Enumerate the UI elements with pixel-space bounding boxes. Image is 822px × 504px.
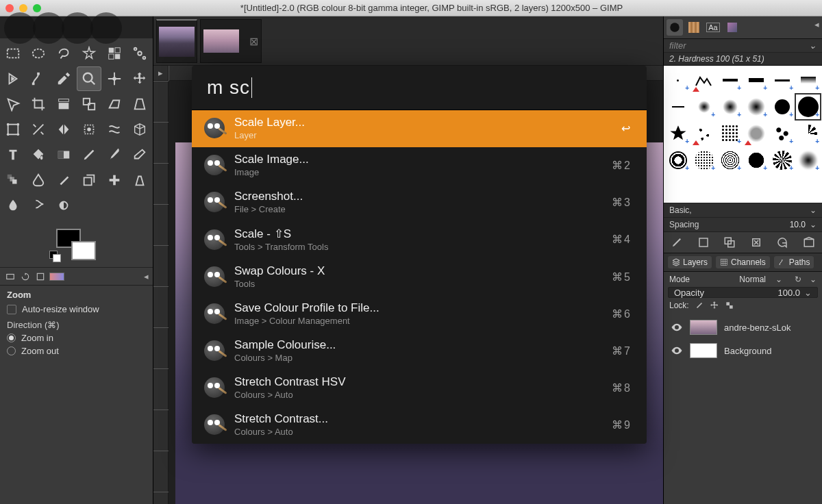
color-swatches[interactable]	[0, 223, 153, 267]
undo-history-icon[interactable]	[19, 270, 32, 283]
background-color[interactable]	[71, 241, 96, 260]
lock-position-icon[interactable]	[710, 301, 719, 310]
auto-resize-checkbox[interactable]: Auto-resize window	[7, 304, 146, 314]
palette-result[interactable]: Sample Colourise... Colours > Map ⌘7	[192, 333, 647, 370]
smudge-tool[interactable]	[26, 193, 51, 218]
palette-result[interactable]: Stretch Contrast HSV Colours > Auto ⌘8	[192, 370, 647, 407]
shear-tool[interactable]	[102, 92, 127, 116]
palette-result[interactable]: Stretch Contrast... Colours > Auto ⌘9	[192, 407, 647, 444]
layer-item[interactable]: andre-benz-sLok	[664, 316, 822, 339]
brush-preset-select[interactable]: Basic, ⌄	[664, 203, 822, 217]
lasso-tool[interactable]	[51, 41, 76, 66]
chevron-down-icon[interactable]: ⌄	[809, 40, 817, 51]
ruler-corner[interactable]: ▸	[153, 66, 169, 81]
bucket-fill-tool[interactable]	[26, 142, 51, 167]
brush-filter-input[interactable]: filter ⌄	[664, 39, 822, 53]
result-subtitle: File > Create	[234, 204, 602, 214]
zoom-in-radio[interactable]: Zoom in	[7, 333, 146, 343]
measure-tool[interactable]	[102, 66, 127, 91]
chevron-down-icon[interactable]: ⌄	[810, 275, 817, 284]
chevron-down-icon: ⌄	[810, 205, 817, 215]
brush-grid[interactable]: + + + + + + + + + + + + + + + + + + + +	[664, 66, 822, 203]
open-as-image-icon[interactable]	[803, 236, 815, 249]
channels-tab[interactable]: Channels	[716, 256, 770, 268]
palette-result[interactable]: Save Colour Profile to File... Image > C…	[192, 296, 647, 333]
crop-tool[interactable]	[26, 92, 51, 116]
paintbrush-tool[interactable]	[102, 142, 127, 167]
new-brush-icon[interactable]	[697, 236, 710, 249]
delete-brush-icon[interactable]	[750, 236, 762, 249]
unified-transform-tool[interactable]	[1, 117, 25, 142]
close-tab-icon[interactable]: ⊠	[249, 35, 258, 48]
refresh-brush-icon[interactable]	[776, 236, 788, 249]
zoom-out-radio[interactable]: Zoom out	[7, 346, 146, 356]
fonts-tab-icon[interactable]: Aa	[705, 19, 721, 36]
3d-transform-tool[interactable]	[127, 117, 152, 142]
minimize-window-button[interactable]	[19, 4, 27, 12]
history-tab-icon[interactable]	[724, 19, 740, 36]
dock-menu-icon[interactable]: ◂	[144, 271, 149, 281]
palette-result[interactable]: Scale - ⇧S Tools > Transform Tools ⌘4	[192, 221, 647, 259]
heal-tool[interactable]	[102, 168, 127, 192]
images-icon[interactable]	[34, 270, 47, 283]
warp-tool[interactable]	[102, 117, 127, 142]
image-tab-1[interactable]	[156, 19, 197, 63]
pencil-tool[interactable]	[77, 142, 101, 167]
color-picker-tool[interactable]	[51, 66, 76, 91]
maximize-window-button[interactable]	[33, 4, 41, 12]
default-colors-icon[interactable]	[51, 252, 58, 259]
paths-tool[interactable]	[26, 66, 51, 91]
dodge-burn-tool[interactable]	[51, 193, 76, 218]
zoom-tool[interactable]	[77, 66, 101, 91]
layers-tab[interactable]: Layers	[668, 256, 712, 268]
rect-select-tool[interactable]	[1, 41, 25, 66]
airbrush-tool[interactable]	[1, 168, 25, 192]
duplicate-brush-icon[interactable]	[723, 236, 736, 249]
paths-tab[interactable]: Paths	[774, 256, 814, 268]
palette-search-input[interactable]: m sc	[192, 66, 647, 110]
lock-alpha-icon[interactable]	[725, 301, 734, 310]
text-tool[interactable]	[1, 142, 25, 167]
scale-tool[interactable]	[77, 92, 101, 116]
visibility-icon[interactable]	[671, 321, 683, 333]
palette-result[interactable]: Scale Image... Image ⌘2	[192, 147, 647, 184]
image-tab-2[interactable]: ⊠	[200, 19, 262, 63]
ink-tool[interactable]	[26, 168, 51, 192]
fuzzy-select-tool[interactable]	[77, 41, 101, 66]
scissors-tool[interactable]	[127, 41, 152, 66]
rotate-tool[interactable]	[51, 92, 76, 116]
opacity-slider[interactable]: Opacity 100.0 ⌄	[668, 287, 818, 298]
eraser-tool[interactable]	[127, 142, 152, 167]
close-window-button[interactable]	[5, 4, 14, 12]
layer-item[interactable]: Background	[664, 339, 822, 362]
flip-tool[interactable]	[51, 117, 76, 142]
by-color-select-tool[interactable]	[102, 41, 127, 66]
ellipse-select-tool[interactable]	[26, 41, 51, 66]
align-tool[interactable]	[1, 92, 25, 116]
brushes-tab-icon[interactable]	[667, 19, 683, 36]
clone-tool[interactable]	[77, 168, 101, 192]
palette-result[interactable]: Screenshot... File > Create ⌘3	[192, 184, 647, 221]
lock-pixels-icon[interactable]	[695, 301, 704, 310]
palette-result[interactable]: Scale Layer... Layer ↩	[192, 110, 647, 147]
foreground-select-tool[interactable]	[1, 66, 25, 91]
edit-brush-icon[interactable]	[671, 236, 683, 249]
palette-result[interactable]: Swap Colours - X Tools ⌘5	[192, 259, 647, 296]
patterns-tab-icon[interactable]	[686, 19, 702, 36]
perspective-clone-tool[interactable]	[127, 168, 152, 192]
handle-transform-tool[interactable]	[26, 117, 51, 142]
gradient-icon[interactable]	[49, 273, 64, 281]
reset-mode-icon[interactable]: ↻	[795, 275, 801, 284]
dock-config-icon[interactable]: ◂	[814, 19, 819, 36]
device-status-icon[interactable]	[4, 270, 16, 283]
brush-spacing-slider[interactable]: Spacing 10.0 ⌄	[664, 217, 822, 231]
gradient-tool[interactable]	[51, 142, 76, 167]
vertical-ruler[interactable]	[153, 81, 169, 504]
move-tool[interactable]	[127, 66, 152, 91]
visibility-icon[interactable]	[671, 344, 683, 357]
perspective-tool[interactable]	[127, 92, 152, 116]
mypaint-brush-tool[interactable]	[51, 168, 76, 192]
blur-tool[interactable]	[1, 193, 25, 218]
blend-mode-select[interactable]: Mode Normal ⌄ ↻ ⌄	[664, 272, 822, 287]
cage-tool[interactable]	[77, 117, 101, 142]
